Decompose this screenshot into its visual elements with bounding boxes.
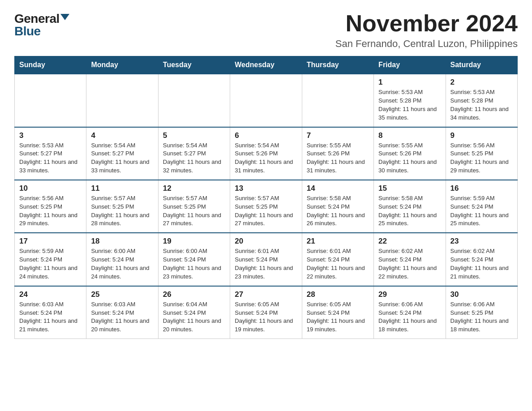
day-number: 15	[378, 184, 441, 193]
calendar-table: SundayMondayTuesdayWednesdayThursdayFrid…	[14, 56, 518, 339]
day-info: Sunrise: 5:53 AM Sunset: 5:28 PM Dayligh…	[450, 88, 513, 122]
day-info: Sunrise: 5:54 AM Sunset: 5:26 PM Dayligh…	[235, 141, 297, 175]
day-info: Sunrise: 5:57 AM Sunset: 5:25 PM Dayligh…	[163, 194, 225, 228]
calendar-cell: 24Sunrise: 6:03 AM Sunset: 5:24 PM Dayli…	[15, 286, 86, 339]
day-info: Sunrise: 5:57 AM Sunset: 5:25 PM Dayligh…	[235, 194, 297, 228]
day-info: Sunrise: 5:56 AM Sunset: 5:25 PM Dayligh…	[19, 194, 82, 228]
day-info: Sunrise: 5:58 AM Sunset: 5:24 PM Dayligh…	[378, 194, 441, 228]
day-info: Sunrise: 6:04 AM Sunset: 5:24 PM Dayligh…	[163, 300, 225, 334]
calendar-cell: 13Sunrise: 5:57 AM Sunset: 5:25 PM Dayli…	[230, 180, 302, 233]
day-number: 13	[235, 184, 297, 193]
calendar-cell: 4Sunrise: 5:54 AM Sunset: 5:27 PM Daylig…	[86, 127, 158, 180]
day-number: 30	[450, 290, 513, 299]
calendar-week-row: 1Sunrise: 5:53 AM Sunset: 5:28 PM Daylig…	[15, 74, 518, 127]
day-info: Sunrise: 6:02 AM Sunset: 5:24 PM Dayligh…	[378, 247, 441, 281]
calendar-cell: 7Sunrise: 5:55 AM Sunset: 5:26 PM Daylig…	[302, 127, 373, 180]
day-number: 24	[19, 290, 82, 299]
day-number: 5	[163, 131, 225, 140]
day-number: 18	[91, 237, 153, 246]
day-info: Sunrise: 6:06 AM Sunset: 5:24 PM Dayligh…	[378, 300, 441, 334]
day-number: 12	[163, 184, 225, 193]
day-info: Sunrise: 6:00 AM Sunset: 5:24 PM Dayligh…	[163, 247, 225, 281]
day-info: Sunrise: 6:05 AM Sunset: 5:24 PM Dayligh…	[235, 300, 297, 334]
calendar-cell	[302, 74, 373, 127]
calendar-cell	[230, 74, 302, 127]
logo-triangle-icon	[60, 14, 69, 20]
calendar-cell: 16Sunrise: 5:59 AM Sunset: 5:24 PM Dayli…	[446, 180, 517, 233]
calendar-week-row: 10Sunrise: 5:56 AM Sunset: 5:25 PM Dayli…	[15, 180, 518, 233]
day-number: 17	[19, 237, 82, 246]
calendar-cell: 18Sunrise: 6:00 AM Sunset: 5:24 PM Dayli…	[86, 233, 158, 286]
calendar-week-row: 24Sunrise: 6:03 AM Sunset: 5:24 PM Dayli…	[15, 286, 518, 339]
logo: General Blue	[14, 13, 69, 38]
calendar-cell	[158, 74, 230, 127]
calendar-header-row: SundayMondayTuesdayWednesdayThursdayFrid…	[15, 56, 518, 74]
calendar-cell: 27Sunrise: 6:05 AM Sunset: 5:24 PM Dayli…	[230, 286, 302, 339]
day-info: Sunrise: 5:53 AM Sunset: 5:28 PM Dayligh…	[378, 88, 441, 122]
location-title: San Fernando, Central Luzon, Philippines	[335, 38, 518, 50]
calendar-cell: 29Sunrise: 6:06 AM Sunset: 5:24 PM Dayli…	[374, 286, 446, 339]
calendar-cell: 28Sunrise: 6:05 AM Sunset: 5:24 PM Dayli…	[302, 286, 373, 339]
calendar-week-row: 17Sunrise: 5:59 AM Sunset: 5:24 PM Dayli…	[15, 233, 518, 286]
day-number: 7	[307, 131, 369, 140]
title-block: November 2024 San Fernando, Central Luzo…	[335, 11, 518, 50]
day-number: 2	[450, 78, 513, 87]
calendar-cell	[86, 74, 158, 127]
day-number: 8	[378, 131, 441, 140]
day-number: 19	[163, 237, 225, 246]
day-info: Sunrise: 5:55 AM Sunset: 5:26 PM Dayligh…	[307, 141, 369, 175]
logo-blue-text: Blue	[14, 25, 41, 38]
day-number: 28	[307, 290, 369, 299]
calendar-header-friday: Friday	[374, 56, 446, 74]
day-number: 29	[378, 290, 441, 299]
calendar-cell: 15Sunrise: 5:58 AM Sunset: 5:24 PM Dayli…	[374, 180, 446, 233]
calendar-cell	[15, 74, 86, 127]
calendar-header-sunday: Sunday	[15, 56, 86, 74]
calendar-cell: 22Sunrise: 6:02 AM Sunset: 5:24 PM Dayli…	[374, 233, 446, 286]
calendar-cell: 25Sunrise: 6:03 AM Sunset: 5:24 PM Dayli…	[86, 286, 158, 339]
calendar-cell: 19Sunrise: 6:00 AM Sunset: 5:24 PM Dayli…	[158, 233, 230, 286]
day-info: Sunrise: 5:57 AM Sunset: 5:25 PM Dayligh…	[91, 194, 153, 228]
day-info: Sunrise: 6:01 AM Sunset: 5:24 PM Dayligh…	[307, 247, 369, 281]
day-info: Sunrise: 5:59 AM Sunset: 5:24 PM Dayligh…	[19, 247, 82, 281]
calendar-cell: 1Sunrise: 5:53 AM Sunset: 5:28 PM Daylig…	[374, 74, 446, 127]
day-info: Sunrise: 6:03 AM Sunset: 5:24 PM Dayligh…	[19, 300, 82, 334]
calendar-cell: 14Sunrise: 5:58 AM Sunset: 5:24 PM Dayli…	[302, 180, 373, 233]
calendar-week-row: 3Sunrise: 5:53 AM Sunset: 5:27 PM Daylig…	[15, 127, 518, 180]
calendar-cell: 11Sunrise: 5:57 AM Sunset: 5:25 PM Dayli…	[86, 180, 158, 233]
calendar-header-wednesday: Wednesday	[230, 56, 302, 74]
day-number: 3	[19, 131, 82, 140]
day-info: Sunrise: 5:54 AM Sunset: 5:27 PM Dayligh…	[91, 141, 153, 175]
day-info: Sunrise: 6:03 AM Sunset: 5:24 PM Dayligh…	[91, 300, 153, 334]
day-info: Sunrise: 6:05 AM Sunset: 5:24 PM Dayligh…	[307, 300, 369, 334]
calendar-header-tuesday: Tuesday	[158, 56, 230, 74]
calendar-cell: 8Sunrise: 5:55 AM Sunset: 5:26 PM Daylig…	[374, 127, 446, 180]
calendar-cell: 9Sunrise: 5:56 AM Sunset: 5:25 PM Daylig…	[446, 127, 517, 180]
day-number: 11	[91, 184, 153, 193]
calendar-cell: 17Sunrise: 5:59 AM Sunset: 5:24 PM Dayli…	[15, 233, 86, 286]
day-info: Sunrise: 5:53 AM Sunset: 5:27 PM Dayligh…	[19, 141, 82, 175]
day-number: 20	[235, 237, 297, 246]
day-info: Sunrise: 6:02 AM Sunset: 5:24 PM Dayligh…	[450, 247, 513, 281]
calendar-cell: 2Sunrise: 5:53 AM Sunset: 5:28 PM Daylig…	[446, 74, 517, 127]
calendar-cell: 21Sunrise: 6:01 AM Sunset: 5:24 PM Dayli…	[302, 233, 373, 286]
logo-general-text: General	[14, 13, 60, 25]
day-info: Sunrise: 6:00 AM Sunset: 5:24 PM Dayligh…	[91, 247, 153, 281]
calendar-cell: 5Sunrise: 5:54 AM Sunset: 5:27 PM Daylig…	[158, 127, 230, 180]
day-number: 4	[91, 131, 153, 140]
day-number: 26	[163, 290, 225, 299]
day-info: Sunrise: 6:01 AM Sunset: 5:24 PM Dayligh…	[235, 247, 297, 281]
calendar-header-monday: Monday	[86, 56, 158, 74]
calendar-cell: 20Sunrise: 6:01 AM Sunset: 5:24 PM Dayli…	[230, 233, 302, 286]
day-info: Sunrise: 6:06 AM Sunset: 5:25 PM Dayligh…	[450, 300, 513, 334]
day-info: Sunrise: 5:58 AM Sunset: 5:24 PM Dayligh…	[307, 194, 369, 228]
calendar-cell: 12Sunrise: 5:57 AM Sunset: 5:25 PM Dayli…	[158, 180, 230, 233]
calendar-cell: 10Sunrise: 5:56 AM Sunset: 5:25 PM Dayli…	[15, 180, 86, 233]
day-number: 16	[450, 184, 513, 193]
month-title: November 2024	[335, 11, 518, 36]
day-number: 22	[378, 237, 441, 246]
day-info: Sunrise: 5:56 AM Sunset: 5:25 PM Dayligh…	[450, 141, 513, 175]
calendar-header-thursday: Thursday	[302, 56, 373, 74]
calendar-header-saturday: Saturday	[446, 56, 517, 74]
calendar-cell: 26Sunrise: 6:04 AM Sunset: 5:24 PM Dayli…	[158, 286, 230, 339]
